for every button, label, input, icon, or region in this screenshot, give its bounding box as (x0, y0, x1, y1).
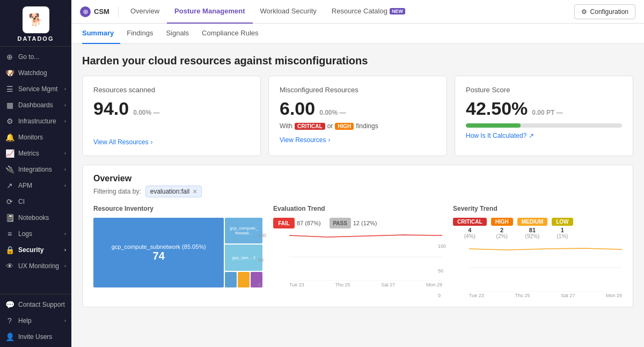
main-area: ◎ CSM Overview Posture Management Worklo… (71, 0, 644, 347)
sidebar-item-invite-users[interactable]: 👤 Invite Users (0, 329, 71, 345)
sev-medium: MEDIUM 81 (92%) (517, 218, 548, 239)
severity-x-axis: Tue 23 Thu 25 Sat 27 Mon 29 (469, 293, 622, 298)
medium-badge: MEDIUM (517, 218, 548, 226)
treemap-cell-2[interactable]: gcp_iam... 3 (225, 245, 262, 270)
sidebar-nav: ⊕ Go to... 🐶 Watchdog ☰ Service Mgmt › ▦… (0, 47, 71, 294)
card-value: 94.0 0.00% — (93, 98, 250, 119)
arrow-right-icon: › (151, 138, 153, 146)
tab-resource-catalog[interactable]: Resource Catalog NEW (324, 0, 413, 24)
view-resources-link[interactable]: View Resources › (280, 136, 436, 144)
ci-icon: ⟳ (5, 197, 14, 206)
sidebar-item-ux-monitoring[interactable]: 👁 UX Monitoring › (0, 258, 71, 274)
treemap-main-cell[interactable]: gcp_compute_subnetwork (85.05%) 74 (93, 218, 224, 287)
treemap: gcp_compute_subnetwork (85.05%) 74 gcp_c… (93, 218, 262, 287)
external-link-icon: ↗ (529, 132, 534, 139)
sidebar-item-help[interactable]: ? Help › (0, 313, 71, 329)
medium-pct: (92%) (525, 233, 540, 239)
misconfigured-resources-card: Misconfigured Resources 6.00 0.00% — Wit… (268, 76, 447, 156)
high-badge: HIGH (491, 218, 513, 226)
dashboards-icon: ▦ (5, 101, 14, 109)
top-nav-items: Overview Posture Management Workload Sec… (123, 0, 574, 24)
treemap-cell-4[interactable] (238, 272, 250, 287)
sidebar: 🐕 DATADOG ⊕ Go to... 🐶 Watchdog ☰ Servic… (0, 0, 71, 347)
filter-remove-icon[interactable]: × (193, 187, 197, 196)
help-icon: ? (5, 316, 14, 325)
sidebar-item-apm[interactable]: ↗ APM › (0, 178, 71, 194)
sidebar-item-label: Go to... (18, 53, 39, 61)
high-badge: HIGH (335, 123, 354, 130)
subnav-findings[interactable]: Findings (120, 24, 159, 44)
sidebar-item-security[interactable]: 🔒 Security › (0, 242, 71, 258)
low-pct: (1%) (557, 233, 568, 239)
treemap-cell-3[interactable] (225, 272, 237, 287)
sidebar-item-notebooks[interactable]: 📓 Notebooks (0, 210, 71, 226)
sidebar-item-integrations[interactable]: 🔌 Integrations › (0, 161, 71, 178)
card-change: 0.00% — (133, 109, 159, 116)
pass-box: PASS (330, 218, 351, 228)
notebooks-icon: 📓 (5, 213, 14, 222)
subnav-signals[interactable]: Signals (159, 24, 195, 44)
tab-overview[interactable]: Overview (123, 0, 167, 24)
sidebar-item-service-mgmt[interactable]: ☰ Service Mgmt › (0, 81, 71, 97)
card-value: 42.50% 0.00 PT — (466, 98, 622, 119)
chevron-icon: › (64, 231, 66, 237)
service-mgmt-icon: ☰ (5, 85, 14, 93)
tab-posture-management[interactable]: Posture Management (167, 0, 252, 24)
sidebar-item-metrics[interactable]: 📈 Metrics › (0, 145, 71, 161)
sidebar-item-label: Integrations (18, 166, 52, 173)
high-pct: (2%) (496, 233, 508, 239)
sidebar-item-watchdog[interactable]: 🐶 Watchdog (0, 65, 71, 81)
subnav-summary[interactable]: Summary (82, 24, 120, 44)
critical-badge: CRITICAL (453, 218, 487, 226)
severity-legend: CRITICAL 4 (4%) HIGH 2 (2%) MEDIUM 81 (453, 218, 622, 239)
sidebar-logo: 🐕 DATADOG (0, 0, 71, 47)
sidebar-item-contact-support[interactable]: 💬 Contact Support (0, 297, 71, 313)
logs-icon: ≡ (5, 230, 14, 238)
treemap-main-label: gcp_compute_subnetwork (85.05%) (112, 243, 206, 250)
chevron-icon: › (64, 102, 66, 108)
page-content: Harden your cloud resources against misc… (71, 44, 644, 347)
treemap-cell-1[interactable]: gcp_compute_firewall... (225, 218, 262, 243)
tab-workload-security[interactable]: Workload Security (253, 0, 324, 24)
sidebar-item-monitors[interactable]: 🔔 Monitors (0, 129, 71, 145)
severity-y-labels: 100 50 0 (438, 243, 446, 298)
summary-cards: Resources scanned 94.0 0.00% — View All … (82, 76, 633, 156)
card-change: 0.00 PT — (532, 109, 562, 116)
watchdog-icon: 🐶 (5, 69, 14, 77)
pass-legend-item: PASS 12 (12%) (330, 218, 377, 228)
sidebar-item-infrastructure[interactable]: ⚙ Infrastructure › (0, 113, 71, 129)
high-count: 2 (500, 227, 503, 233)
sidebar-item-dashboards[interactable]: ▦ Dashboards › (0, 97, 71, 113)
overview-section: Overview Filtering data by: evaluation:f… (82, 165, 633, 307)
sidebar-item-label: Notebooks (18, 214, 49, 222)
configuration-button[interactable]: ⚙ Configuration (574, 4, 635, 19)
sidebar-item-logs[interactable]: ≡ Logs › (0, 226, 71, 242)
sidebar-item-goto[interactable]: ⊕ Go to... (0, 49, 71, 65)
security-icon: 🔒 (5, 246, 14, 254)
chart-subtitle: Evaluation Trend (273, 205, 442, 212)
chevron-icon: › (64, 151, 66, 156)
resources-scanned-card: Resources scanned 94.0 0.00% — View All … (82, 76, 261, 156)
sidebar-item-label: Invite Users (18, 333, 52, 341)
sidebar-item-ci[interactable]: ⟳ CI (0, 194, 71, 210)
low-count: 1 (561, 227, 564, 233)
posture-score-card: Posture Score 42.50% 0.00 PT — How Is It… (455, 76, 633, 156)
severity-chart-svg (469, 243, 622, 292)
treemap-cell-label: gcp_iam... 3 (232, 255, 255, 260)
datadog-logo-icon: 🐕 (23, 6, 49, 33)
card-title: Posture Score (466, 86, 622, 94)
goto-icon: ⊕ (5, 53, 14, 61)
severity-trend-chart: Severity Trend CRITICAL 4 (4%) HIGH 2 (2… (453, 205, 622, 298)
posture-bar-background (466, 123, 622, 128)
view-all-resources-link[interactable]: View All Resources › (93, 138, 250, 146)
chevron-icon: › (64, 86, 66, 92)
top-nav: ◎ CSM Overview Posture Management Worklo… (71, 0, 644, 24)
subnav-compliance-rules[interactable]: Compliance Rules (195, 24, 265, 44)
critical-badge: CRITICAL (295, 123, 325, 130)
critical-count: 4 (468, 227, 471, 233)
overview-title: Overview (93, 174, 622, 183)
how-is-it-calculated-link[interactable]: How Is It Calculated? ↗ (466, 132, 622, 139)
infrastructure-icon: ⚙ (5, 117, 14, 125)
filter-chip[interactable]: evaluation:fail × (145, 186, 202, 197)
chevron-icon: › (64, 167, 66, 172)
